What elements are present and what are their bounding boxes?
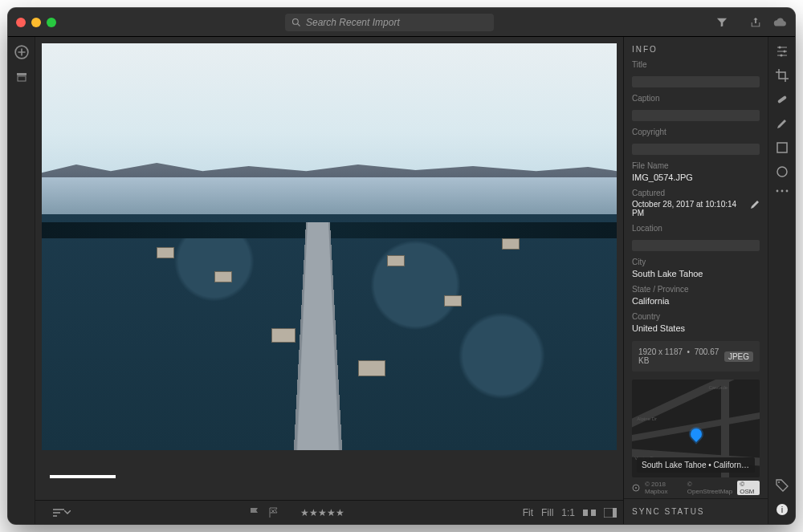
svg-point-11 [778, 47, 781, 49]
svg-text:i: i [781, 505, 782, 514]
cloud-button[interactable] [772, 17, 787, 28]
flag-pick-button[interactable] [249, 507, 260, 518]
filmstrip[interactable] [35, 453, 623, 500]
svg-rect-14 [777, 95, 786, 104]
bandage-icon [776, 93, 789, 106]
location-input[interactable] [632, 240, 760, 251]
svg-point-12 [783, 51, 785, 53]
info-icon: i [776, 503, 789, 516]
svg-rect-15 [777, 143, 787, 152]
compare-icon [583, 508, 596, 518]
share-icon [750, 17, 761, 28]
square-icon [776, 141, 789, 154]
sliders-icon [776, 45, 789, 58]
city-label: City [632, 258, 760, 266]
radial-gradient-tool[interactable] [776, 165, 789, 178]
one-to-one-button[interactable]: 1:1 [561, 507, 575, 518]
captured-label: Captured [632, 189, 750, 197]
info-panel: INFO Title Caption Copyright File Name I… [623, 37, 768, 524]
traffic-lights [16, 18, 56, 27]
minimize-button[interactable] [31, 18, 41, 27]
svg-rect-6 [591, 510, 596, 516]
svg-point-17 [776, 190, 778, 193]
minimize-icon [31, 18, 41, 27]
map-street-2: Alpine Dr [637, 416, 657, 421]
svg-point-0 [293, 18, 299, 24]
flag-x-icon [268, 507, 279, 518]
add-button[interactable] [14, 45, 29, 59]
copyright-label: Copyright [632, 128, 760, 136]
sort-button[interactable] [53, 509, 71, 517]
left-sidebar [8, 37, 35, 524]
circle-icon [776, 165, 789, 178]
filename-label: File Name [632, 161, 760, 170]
filter-button[interactable] [716, 17, 728, 28]
caption-input[interactable] [632, 110, 760, 121]
panel-toggle-button[interactable] [604, 508, 617, 518]
brush-tool[interactable] [776, 117, 789, 130]
archive-button[interactable] [15, 71, 28, 83]
fullscreen-icon [47, 18, 56, 27]
dots-icon [776, 189, 789, 193]
sliders-tool[interactable] [776, 45, 789, 58]
search-icon [291, 18, 301, 27]
keywords-tool[interactable] [776, 479, 789, 492]
window-frame: Search Recent Import [0, 0, 803, 532]
compare-button[interactable] [583, 508, 596, 518]
svg-rect-4 [18, 76, 26, 81]
svg-point-16 [777, 167, 787, 177]
captured-value: October 28, 2017 at 10:10:14 PM [632, 200, 750, 217]
map-preview[interactable]: Cascade Alpine Dr Venice Dr South Lake T… [632, 380, 760, 477]
sort-icon [53, 509, 64, 517]
target-icon [632, 484, 640, 492]
svg-rect-5 [583, 510, 588, 516]
map-caption: South Lake Tahoe • California • U... [637, 457, 755, 473]
app-body: ★★★★★ Fit Fill 1:1 INFO Title Caption Co… [8, 37, 795, 524]
star-rating[interactable]: ★★★★★ [300, 507, 344, 518]
crop-tool[interactable] [776, 69, 789, 82]
title-input[interactable] [632, 76, 760, 87]
country-label: Country [632, 312, 760, 321]
svg-point-13 [780, 55, 782, 57]
state-value: California [632, 296, 760, 306]
map-attribution: © 2018 Mapbox © OpenStreetMap © OSM [624, 477, 768, 498]
svg-line-1 [298, 23, 300, 26]
map-attr-mapbox: © 2018 Mapbox [645, 481, 683, 495]
titlebar: Search Recent Import [8, 8, 795, 37]
close-button[interactable] [16, 18, 26, 27]
format-badge: JPEG [724, 351, 753, 362]
more-tool[interactable] [776, 189, 789, 193]
image-viewer[interactable] [42, 43, 617, 450]
photo-aerial-lake [42, 43, 617, 450]
close-icon [16, 18, 26, 27]
search-input[interactable]: Search Recent Import [285, 14, 494, 31]
dimensions-value: 1920 x 1187 [638, 347, 683, 356]
right-toolbar: i [768, 37, 795, 524]
crop-icon [776, 69, 789, 82]
info-tool[interactable]: i [776, 503, 789, 516]
app-window: Search Recent Import [8, 8, 795, 524]
map-street-1: Cascade [708, 385, 728, 390]
edit-date-button[interactable] [750, 200, 760, 209]
share-button[interactable] [750, 17, 761, 28]
svg-rect-3 [17, 73, 26, 75]
svg-point-18 [781, 190, 783, 193]
fit-button[interactable]: Fit [523, 507, 533, 518]
city-value: South Lake Tahoe [632, 269, 760, 278]
sync-status-header: SYNC STATUS [624, 498, 768, 524]
title-label: Title [632, 60, 760, 69]
fullscreen-button[interactable] [47, 18, 56, 27]
svg-point-19 [785, 190, 788, 193]
caption-label: Caption [632, 94, 760, 103]
chevron-down-icon [64, 510, 71, 514]
map-recenter-button[interactable] [632, 484, 640, 492]
archive-icon [15, 71, 28, 83]
flag-reject-button[interactable] [268, 507, 279, 518]
fill-button[interactable]: Fill [541, 507, 553, 518]
linear-gradient-tool[interactable] [776, 141, 789, 154]
svg-point-20 [778, 481, 780, 483]
dimensions-row: 1920 x 1187 • 700.67 KB JPEG [632, 341, 760, 372]
copyright-input[interactable] [632, 144, 760, 155]
heal-tool[interactable] [776, 93, 789, 106]
location-label: Location [632, 224, 760, 233]
